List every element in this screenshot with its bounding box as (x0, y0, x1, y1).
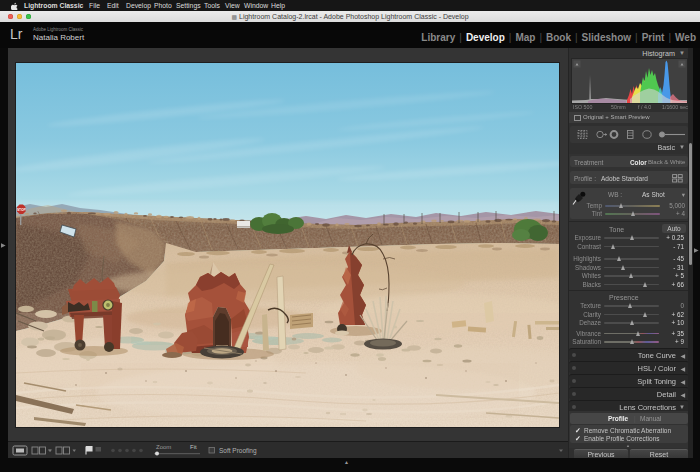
svg-text:Zoom: Zoom (156, 444, 171, 450)
svg-text:Fit: Fit (190, 444, 197, 450)
svg-text:STOP: STOP (17, 208, 26, 212)
svg-text:Soft Proofing: Soft Proofing (219, 447, 257, 455)
